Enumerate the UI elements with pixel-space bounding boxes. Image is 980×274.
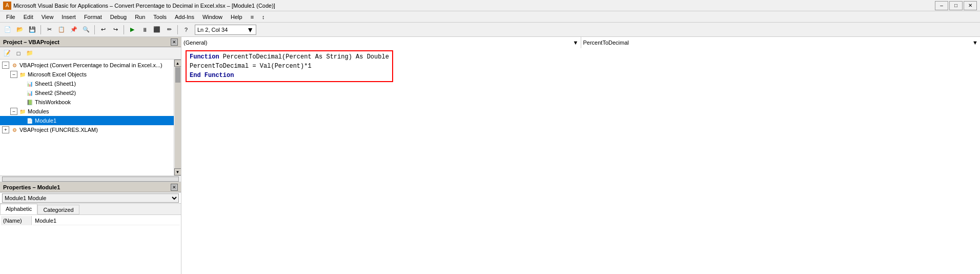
title-bar-text: Microsoft Visual Basic for Applications … bbox=[13, 3, 275, 9]
menu-addins[interactable]: Add-Ins bbox=[171, 13, 198, 21]
menu-icon2: ↕ bbox=[258, 13, 269, 21]
code-panel: (General) ▼ PercentToDecimal ▼ Function … bbox=[181, 37, 980, 274]
menu-tools[interactable]: Tools bbox=[149, 13, 171, 21]
menu-icon1: ≡ bbox=[247, 13, 258, 21]
expander-modules[interactable]: – bbox=[10, 108, 17, 115]
module1-label: Module1 bbox=[35, 118, 56, 124]
props-name-row: Module1 Module bbox=[0, 192, 181, 204]
tree-item-funcres[interactable]: + ⚙ VBAProject (FUNCRES.XLAM) bbox=[0, 125, 174, 134]
props-tab-categorized[interactable]: Categorized bbox=[37, 205, 79, 214]
project-hscroll-area bbox=[0, 175, 181, 182]
app-icon: A bbox=[3, 2, 11, 10]
title-bar-controls: – □ ✕ bbox=[935, 1, 977, 10]
toolbar-help[interactable]: ? bbox=[180, 24, 192, 35]
properties-title: Properties – Module1 bbox=[3, 184, 60, 190]
menu-view[interactable]: View bbox=[37, 13, 58, 21]
tree-item-modules[interactable]: – 📁 Modules bbox=[0, 107, 174, 116]
status-text: Ln 2, Col 34 bbox=[197, 27, 228, 33]
menu-file[interactable]: File bbox=[2, 13, 19, 21]
properties-close-button[interactable]: ✕ bbox=[171, 184, 178, 191]
toolbar-sep1 bbox=[40, 25, 41, 34]
toolbar-design[interactable]: ✏ bbox=[164, 24, 175, 35]
toolbar-undo[interactable]: ↩ bbox=[97, 24, 109, 35]
vscroll-thumb bbox=[175, 67, 180, 83]
toolbar-sep4 bbox=[177, 25, 178, 34]
expander-vbaproject1[interactable]: – bbox=[2, 62, 9, 69]
toolbar-status: Ln 2, Col 34 ▼ bbox=[195, 25, 256, 35]
toolbar-break[interactable]: ⏸ bbox=[139, 24, 150, 35]
general-dropdown-text: (General) bbox=[183, 40, 207, 46]
minimize-button[interactable]: – bbox=[935, 1, 948, 10]
toolbar-new[interactable]: 📄 bbox=[2, 24, 13, 35]
procedure-dropdown[interactable]: PercentToDecimal ▼ bbox=[581, 37, 981, 48]
menu-bar: File Edit View Insert Format Debug Run T… bbox=[0, 11, 980, 23]
restore-button[interactable]: □ bbox=[949, 1, 963, 10]
tree-item-thisworkbook[interactable]: 📗 ThisWorkbook bbox=[0, 97, 174, 107]
menu-format[interactable]: Format bbox=[80, 13, 106, 21]
properties-content: Module1 Module Alphabetic Categorized (N… bbox=[0, 192, 181, 274]
project-view-object[interactable]: □ bbox=[13, 49, 24, 58]
toolbar-redo[interactable]: ↪ bbox=[110, 24, 121, 35]
properties-panel: Properties – Module1 ✕ Module1 Module Al… bbox=[0, 182, 181, 274]
project-hscroll[interactable] bbox=[2, 177, 179, 182]
code-line-body: PercentToDecimal = Val(Percent)*1 bbox=[190, 63, 312, 70]
tree-item-vbaproject1[interactable]: – ⚙ VBAProject (Convert Percentage to De… bbox=[0, 61, 174, 70]
keyword-function: Function bbox=[190, 53, 223, 61]
funcres-label: VBAProject (FUNCRES.XLAM) bbox=[19, 127, 98, 133]
project-toggle-folders[interactable]: 📁 bbox=[25, 49, 35, 58]
props-object-select[interactable]: Module1 Module bbox=[2, 193, 179, 203]
close-button[interactable]: ✕ bbox=[964, 1, 977, 10]
code-function-signature: PercentToDecimal(Percent As String) As D… bbox=[223, 53, 389, 61]
toolbar-sep3 bbox=[124, 25, 124, 34]
toolbar-copy[interactable]: 📋 bbox=[56, 24, 67, 35]
project-vscroll: ▲ ▼ bbox=[174, 60, 181, 175]
procedure-dropdown-text: PercentToDecimal bbox=[583, 40, 629, 46]
menu-help[interactable]: Help bbox=[227, 13, 247, 21]
menu-window[interactable]: Window bbox=[198, 13, 227, 21]
toolbar: 📄 📂 💾 ✂ 📋 📌 🔍 ↩ ↪ ▶ ⏸ ⬛ ✏ ? Ln 2, Col 34… bbox=[0, 23, 980, 37]
modules-icon: 📁 bbox=[18, 107, 27, 115]
tree-item-sheet2[interactable]: 📊 Sheet2 (Sheet2) bbox=[0, 88, 174, 97]
toolbar-paste[interactable]: 📌 bbox=[68, 24, 79, 35]
menu-debug[interactable]: Debug bbox=[106, 13, 131, 21]
props-cell-name-key: (Name) bbox=[1, 216, 32, 225]
menu-run[interactable]: Run bbox=[131, 13, 149, 21]
excel-objects-label: Microsoft Excel Objects bbox=[28, 71, 87, 77]
module1-icon: 📄 bbox=[26, 116, 34, 125]
props-table: (Name) Module1 bbox=[0, 215, 181, 226]
tree-item-module1[interactable]: 📄 Module1 bbox=[0, 116, 174, 125]
project-title: Project – VBAProject bbox=[3, 39, 59, 45]
excel-objects-icon: 📁 bbox=[18, 70, 27, 79]
left-panel: Project – VBAProject ✕ 📝 □ 📁 – ⚙ VBAProj… bbox=[0, 37, 181, 274]
toolbar-save[interactable]: 💾 bbox=[27, 24, 38, 35]
status-dropdown[interactable]: ▼ bbox=[247, 26, 254, 34]
keyword-end-function: End Function bbox=[190, 72, 234, 79]
vscroll-down[interactable]: ▼ bbox=[174, 168, 181, 175]
expander-excel-objects[interactable]: – bbox=[10, 71, 17, 78]
toolbar-cut[interactable]: ✂ bbox=[44, 24, 55, 35]
props-tab-alphabetic[interactable]: Alphabetic bbox=[0, 204, 37, 214]
toolbar-open[interactable]: 📂 bbox=[14, 24, 26, 35]
toolbar-stop[interactable]: ⬛ bbox=[151, 24, 162, 35]
project-close-button[interactable]: ✕ bbox=[171, 38, 178, 46]
code-editor[interactable]: Function PercentToDecimal(Percent As Str… bbox=[181, 48, 980, 274]
funcres-icon: ⚙ bbox=[10, 126, 18, 134]
project-view-code[interactable]: 📝 bbox=[2, 49, 12, 58]
general-dropdown[interactable]: (General) ▼ bbox=[181, 37, 581, 48]
procedure-dropdown-arrow: ▼ bbox=[972, 40, 978, 46]
expander-funcres[interactable]: + bbox=[2, 126, 9, 133]
toolbar-find[interactable]: 🔍 bbox=[80, 24, 92, 35]
menu-insert[interactable]: Insert bbox=[57, 13, 80, 21]
menu-edit[interactable]: Edit bbox=[19, 13, 37, 21]
sheet2-label: Sheet2 (Sheet2) bbox=[35, 90, 76, 96]
vscroll-up[interactable]: ▲ bbox=[174, 60, 181, 67]
properties-title-bar: Properties – Module1 ✕ bbox=[0, 182, 181, 192]
tree-item-excel-objects[interactable]: – 📁 Microsoft Excel Objects bbox=[0, 70, 174, 79]
sheet1-label: Sheet1 (Sheet1) bbox=[35, 81, 76, 87]
toolbar-run[interactable]: ▶ bbox=[127, 24, 138, 35]
code-toolbar: (General) ▼ PercentToDecimal ▼ bbox=[181, 37, 980, 48]
props-row-name: (Name) Module1 bbox=[1, 216, 180, 225]
vscroll-track bbox=[175, 67, 181, 168]
sheet1-icon: 📊 bbox=[26, 80, 34, 88]
tree-item-sheet1[interactable]: 📊 Sheet1 (Sheet1) bbox=[0, 79, 174, 88]
